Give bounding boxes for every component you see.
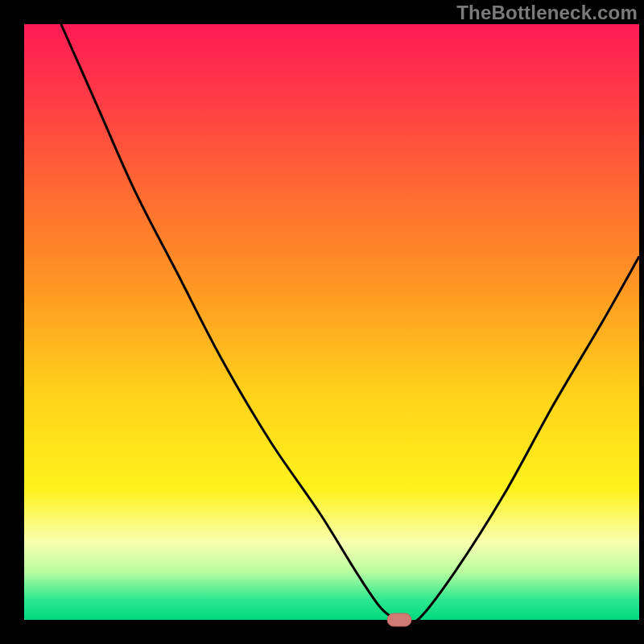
watermark-label: TheBottleneck.com [456, 2, 638, 24]
bottleneck-chart [0, 0, 644, 644]
optimal-point-marker [387, 613, 411, 626]
